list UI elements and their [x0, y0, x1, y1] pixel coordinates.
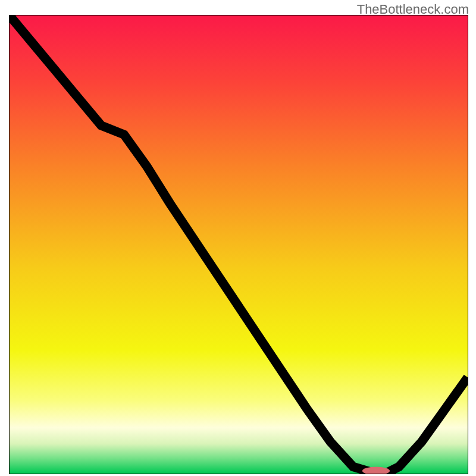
plot-area — [9, 15, 468, 474]
plot-svg — [10, 15, 468, 474]
gradient-background — [10, 15, 468, 474]
bottleneck-chart: TheBottleneck.com — [0, 0, 476, 476]
